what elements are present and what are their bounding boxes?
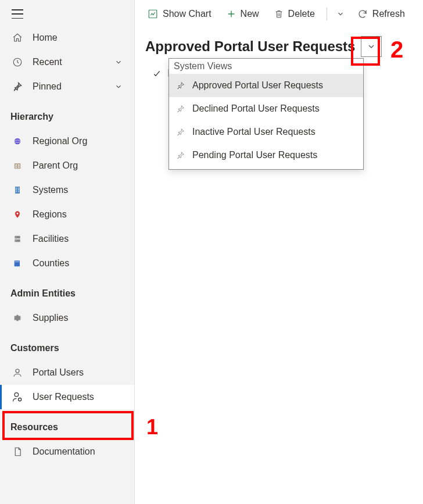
sidebar-item-label: User Requests [33,392,124,402]
nav-home[interactable]: Home [0,26,134,50]
sidebar-item-label: Counties [33,258,124,269]
sidebar-item-counties[interactable]: Counties [0,251,134,276]
svg-rect-3 [15,163,21,169]
chevron-down-icon [113,83,124,91]
nav-pinned-label: Pinned [33,81,113,92]
sidebar-item-user-requests[interactable]: User Requests [0,385,134,409]
svg-rect-21 [15,262,19,262]
dropdown-item-label: Approved Portal User Requests [192,80,323,91]
chart-icon [148,9,158,19]
svg-rect-5 [18,165,19,166]
svg-point-1 [15,138,21,145]
sidebar-item-label: Documentation [33,446,124,457]
cmd-label: Show Chart [163,9,212,19]
sidebar-item-label: Supplies [33,313,124,323]
cmd-label: Delete [288,9,315,19]
svg-rect-9 [16,188,16,188]
delete-button[interactable]: Delete [268,3,321,24]
folder-icon [10,259,24,268]
dropdown-item-pending[interactable]: Pending Portal User Requests [169,144,363,167]
sidebar-item-supplies[interactable]: Supplies [0,306,134,330]
cmd-label: Refresh [372,9,405,19]
main-area: Show Chart New Delete [135,0,423,504]
hamburger-button[interactable] [0,5,134,26]
svg-point-24 [19,398,21,401]
chevron-down-icon [336,10,345,18]
svg-rect-7 [18,166,19,167]
chevron-down-icon [367,42,376,51]
svg-rect-14 [18,191,19,191]
globe-icon [10,137,24,146]
sidebar-item-label: Portal Users [33,367,124,378]
sidebar-item-label: Regions [33,209,124,220]
section-customers: Customers [0,330,134,360]
section-admin: Admin Entities [0,276,134,306]
nav-pinned[interactable]: Pinned [0,74,134,99]
view-dropdown-button[interactable] [361,36,382,57]
sidebar-item-label: Facilities [33,234,124,244]
dropdown-item-approved[interactable]: Approved Portal User Requests [169,74,363,97]
trash-icon [274,9,284,19]
user-gear-icon [10,391,24,403]
svg-rect-13 [16,191,16,191]
svg-point-22 [16,369,19,373]
svg-rect-10 [18,188,19,188]
sidebar-item-systems[interactable]: Systems [0,178,134,202]
dropdown-header: System Views [169,59,363,74]
refresh-button[interactable]: Refresh [352,3,411,24]
sidebar-item-portal-users[interactable]: Portal Users [0,360,134,385]
home-icon [10,33,24,43]
sidebar-item-label: Regional Org [33,136,124,146]
sidebar-item-regional-org[interactable]: Regional Org [0,129,134,153]
svg-point-15 [17,213,19,215]
user-icon [10,367,24,378]
svg-rect-6 [16,166,17,167]
document-icon [10,446,24,457]
section-resources: Resources [0,409,134,439]
view-title: Approved Portal User Requests [145,38,355,55]
svg-point-18 [16,237,16,237]
svg-rect-11 [16,190,16,190]
chevron-down-icon [113,58,124,66]
view-dropdown-menu: System Views Approved Portal User Reques… [169,58,364,170]
dropdown-item-inactive[interactable]: Inactive Portal User Requests [169,120,363,144]
section-hierarchy: Hierarchy [0,99,134,129]
new-button[interactable]: New [221,3,265,24]
command-bar: Show Chart New Delete [135,0,423,28]
sidebar-item-regions[interactable]: Regions [0,202,134,227]
separator [327,8,327,20]
sidebar-item-parent-org[interactable]: Parent Org [0,153,134,178]
pin-outline-icon [176,81,185,90]
server-icon [10,234,24,244]
sidebar-item-label: Parent Org [33,160,124,171]
pin-icon [10,81,24,92]
gear-icon [10,313,24,323]
svg-rect-8 [15,187,20,194]
svg-rect-12 [18,190,19,190]
svg-point-19 [16,240,16,241]
sidebar-item-label: Systems [33,185,124,195]
dropdown-item-label: Declined Portal User Requests [192,103,320,114]
svg-point-23 [15,393,19,397]
hamburger-icon [12,9,23,19]
map-pin-icon [10,209,24,220]
nav-recent[interactable]: Recent [0,50,134,74]
show-chart-button[interactable]: Show Chart [142,3,217,24]
building-icon [10,185,24,195]
pin-outline-icon [176,104,185,113]
overflow-button[interactable] [333,3,348,24]
clock-icon [10,57,24,67]
dropdown-item-declined[interactable]: Declined Portal User Requests [169,97,363,120]
sidebar: Home Recent Pinned Hierarchy Reg [0,0,135,504]
nav-recent-label: Recent [33,57,113,67]
refresh-icon [357,9,368,19]
pin-outline-icon [176,127,185,137]
plus-icon [227,9,236,19]
cmd-label: New [241,9,259,19]
nav-home-label: Home [33,33,124,43]
dropdown-item-label: Pending Portal User Requests [192,150,317,160]
sidebar-item-facilities[interactable]: Facilities [0,227,134,251]
sidebar-item-documentation[interactable]: Documentation [0,439,134,464]
svg-rect-4 [16,165,17,166]
pin-outline-icon [176,151,185,160]
